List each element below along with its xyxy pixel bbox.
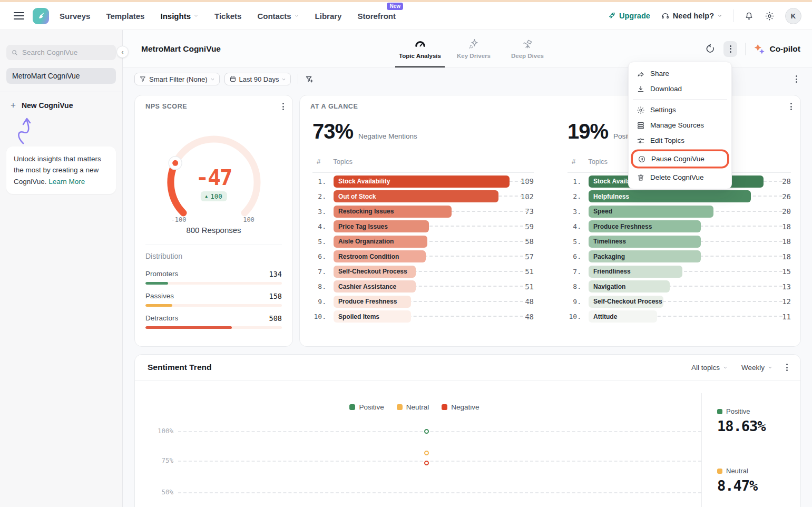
user-avatar[interactable]: K [785, 8, 801, 24]
nps-score-value: -47 [135, 165, 292, 190]
topic-bar-area: Helpfulness [589, 190, 764, 202]
headset-icon [661, 12, 670, 21]
topic-row[interactable]: 2.Out of Stock102 [312, 189, 534, 204]
topic-bar[interactable]: Stock Availability [334, 175, 510, 188]
distribution-row[interactable]: Detractors508 [145, 314, 282, 329]
topic-row[interactable]: 2.Helpfulness26 [568, 189, 791, 204]
add-filter-icon[interactable] [305, 75, 314, 84]
topic-row[interactable]: 1.Stock Availability109 [312, 174, 534, 189]
topic-row[interactable]: 10.Attitude11 [568, 309, 791, 325]
topic-bar[interactable]: Speed [589, 206, 713, 218]
topic-bar[interactable]: Restroom Condition [334, 250, 426, 262]
topics-filter-dropdown[interactable]: All topics [691, 364, 728, 372]
chevron-down-icon [294, 13, 299, 18]
topic-bar[interactable]: Friendliness [589, 266, 682, 278]
divider [733, 9, 733, 22]
nav-item-library[interactable]: Library [315, 12, 342, 21]
nav-item-insights[interactable]: Insights [160, 12, 199, 21]
menu-item-edit-topics[interactable]: Edit Topics [632, 133, 728, 148]
help-button[interactable]: Need help? [661, 12, 722, 21]
search-input[interactable] [22, 48, 111, 56]
topic-row[interactable]: 5.Timeliness18 [568, 234, 791, 249]
topic-row[interactable]: 4.Produce Freshness18 [568, 219, 791, 235]
nav-item-tickets[interactable]: Tickets [214, 12, 241, 21]
legend-swatch [717, 409, 722, 414]
menu-item-delete-cognivue[interactable]: Delete CogniVue [632, 170, 728, 185]
menu-item-pause-cognivue[interactable]: Pause CogniVue [633, 151, 727, 167]
topic-bar[interactable]: Produce Freshness [589, 220, 701, 232]
topic-bar[interactable]: Spoiled Items [334, 310, 411, 323]
topic-row[interactable]: 8.Navigation13 [568, 279, 791, 295]
topic-bar[interactable]: Restocking Issues [334, 206, 452, 218]
more-options-kebab-button[interactable] [723, 41, 737, 57]
menu-item-settings[interactable]: Settings [632, 102, 728, 118]
nav-item-templates[interactable]: Templates [106, 12, 144, 21]
trend-card-kebab[interactable] [786, 364, 788, 371]
sidebar-collapse-button[interactable]: ‹ [116, 46, 129, 58]
topic-bar[interactable]: Cashier Assistance [334, 280, 416, 292]
data-point-positive[interactable] [424, 429, 429, 434]
menu-item-download[interactable]: Download [632, 81, 728, 96]
topic-row[interactable]: 6.Packaging18 [568, 249, 791, 265]
topic-bar[interactable]: Helpfulness [589, 190, 751, 202]
top-nav: Surveys Templates Insights Tickets Conta… [0, 2, 812, 30]
topic-row[interactable]: 9.Self-Checkout Process12 [568, 294, 791, 309]
settings-gear-icon[interactable] [765, 11, 775, 21]
topic-bar[interactable]: Out of Stock [334, 190, 498, 202]
interval-dropdown[interactable]: Weekly [741, 364, 772, 372]
data-point-neutral[interactable] [424, 451, 429, 455]
topic-bar[interactable]: Self-Checkout Process [589, 296, 663, 308]
copilot-button[interactable]: Co-pilot [754, 43, 800, 55]
distribution-row[interactable]: Promoters134 [145, 270, 282, 285]
topic-bar[interactable]: Price Tag Issues [334, 220, 429, 232]
legend-item[interactable]: Neutral [397, 403, 429, 411]
filter-row-kebab[interactable] [796, 75, 797, 83]
topic-row[interactable]: 8.Cashier Assistance51 [312, 279, 534, 295]
topic-row[interactable]: 4.Price Tag Issues59 [312, 219, 534, 235]
tab-deep-dives[interactable]: Deep Dives [503, 30, 552, 67]
menu-item-manage-sources[interactable]: Manage Sources [632, 118, 728, 133]
legend-item[interactable]: Negative [442, 403, 479, 411]
nps-card-kebab[interactable] [282, 103, 284, 110]
topic-row[interactable]: 9.Produce Freshness48 [312, 294, 534, 309]
new-cognivue-button[interactable]: + New CogniVue [6, 100, 116, 111]
topic-row[interactable]: 7.Self-Checkout Process51 [312, 264, 534, 279]
cognivue-search[interactable] [6, 45, 116, 60]
topic-row[interactable]: 7.Friendliness15 [568, 264, 791, 279]
topic-bar[interactable]: Navigation [589, 280, 670, 292]
topic-row[interactable]: 6.Restroom Condition57 [312, 249, 534, 265]
topic-row[interactable]: 3.Restocking Issues73 [312, 204, 534, 219]
nav-item-contacts[interactable]: Contacts [257, 12, 299, 21]
stat-value: 8.47% [717, 477, 766, 494]
date-range-dropdown[interactable]: Last 90 Days [224, 73, 291, 85]
app-logo[interactable] [33, 8, 49, 24]
data-point-negative[interactable] [424, 461, 429, 465]
tab-topic-analysis[interactable]: Topic Analysis [395, 30, 445, 67]
refresh-icon[interactable] [706, 44, 716, 54]
topic-bar[interactable]: Aisle Organization [334, 236, 427, 248]
topic-bar[interactable]: Produce Freshness [334, 296, 411, 308]
learn-more-link[interactable]: Learn More [48, 178, 85, 186]
topic-bar[interactable]: Packaging [589, 250, 701, 262]
smart-filter-dropdown[interactable]: Smart Filter (None) [134, 73, 220, 85]
distribution-row[interactable]: Passives158 [145, 292, 282, 307]
nps-delta-badge: ▲100 [200, 191, 227, 201]
legend-item[interactable]: Positive [349, 403, 384, 411]
topic-bar[interactable]: Attitude [589, 310, 657, 323]
upgrade-button[interactable]: Upgrade [608, 12, 650, 20]
topic-rank: 3. [312, 208, 326, 216]
chart-legend: PositiveNeutralNegative [135, 403, 694, 411]
topic-bar[interactable]: Timeliness [589, 236, 701, 248]
menu-item-share[interactable]: Share [632, 66, 728, 81]
tab-key-drivers[interactable]: Key Drivers [449, 30, 498, 67]
topic-bar-area: Stock Availability [334, 175, 510, 188]
topic-row[interactable]: 5.Aisle Organization58 [312, 234, 534, 249]
topic-row[interactable]: 3.Speed20 [568, 204, 791, 219]
notifications-bell-icon[interactable] [744, 11, 754, 21]
nav-item-storefront[interactable]: Storefront New [357, 12, 396, 21]
topic-bar[interactable]: Self-Checkout Process [334, 266, 416, 278]
hamburger-menu-icon[interactable] [14, 12, 24, 19]
topic-row[interactable]: 10.Spoiled Items48 [312, 309, 534, 325]
nav-item-surveys[interactable]: Surveys [60, 12, 90, 21]
sidebar-item-metromart-cognivue[interactable]: MetroMart CogniVue [6, 68, 116, 84]
